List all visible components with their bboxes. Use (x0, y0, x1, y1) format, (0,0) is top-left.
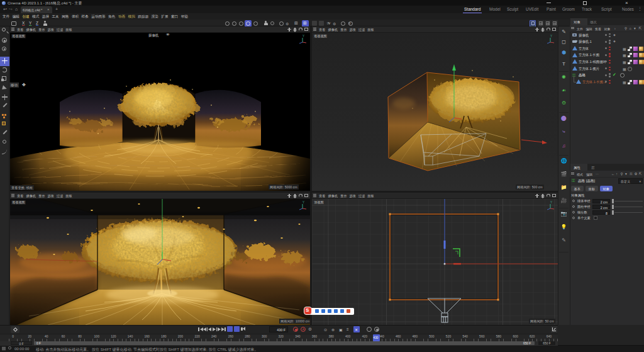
svg-text:Y: Y (303, 35, 304, 38)
svg-text:Y: Y (550, 35, 552, 38)
svg-text:Y: Y (303, 201, 304, 204)
svg-text:Y: Y (550, 201, 552, 204)
